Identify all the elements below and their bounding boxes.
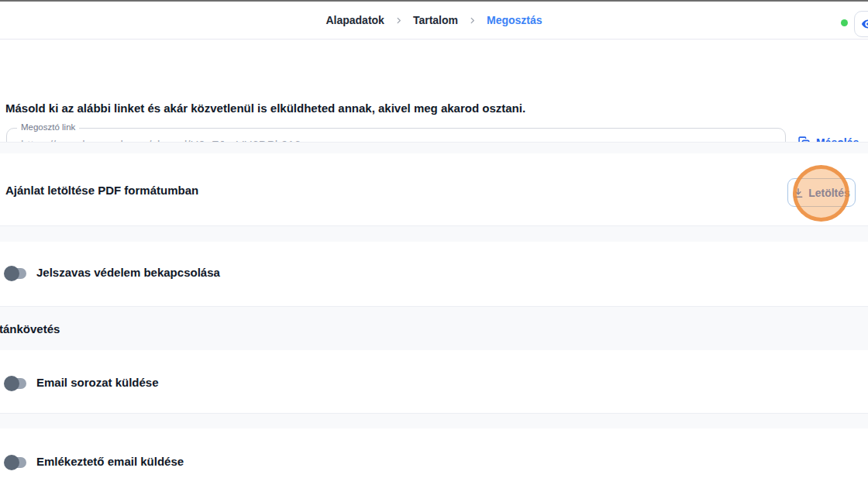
toggle-knob bbox=[4, 266, 19, 281]
followup-heading: tánkövetés bbox=[0, 322, 60, 335]
breadcrumb-item-megosztas[interactable]: Megosztás bbox=[487, 14, 542, 26]
preview-button[interactable] bbox=[854, 11, 868, 37]
password-protection-toggle[interactable] bbox=[5, 268, 26, 279]
email-series-toggle[interactable] bbox=[5, 378, 26, 389]
chevron-right-icon bbox=[394, 16, 403, 25]
email-series-row: Email sorozat küldése bbox=[0, 350, 868, 413]
section-divider bbox=[0, 413, 868, 428]
top-bar: Alapadatok Tartalom Megosztás bbox=[0, 2, 868, 40]
share-instruction: Másold ki az alábbi linket és akár közve… bbox=[5, 101, 525, 115]
section-divider bbox=[0, 142, 868, 153]
pdf-download-section: Ajánlat letöltése PDF formátumban Letölt… bbox=[0, 153, 868, 225]
breadcrumb: Alapadatok Tartalom Megosztás bbox=[326, 14, 542, 26]
status-dot bbox=[841, 19, 848, 26]
email-series-label: Email sorozat küldése bbox=[36, 376, 159, 389]
download-button-label: Letöltés bbox=[808, 187, 850, 199]
reminder-email-row: Emlékeztető email küldése bbox=[0, 428, 868, 485]
followup-section-header: tánkövetés bbox=[0, 306, 868, 350]
share-link-label: Megosztó link bbox=[17, 122, 79, 132]
breadcrumb-item-alapadatok[interactable]: Alapadatok bbox=[326, 14, 384, 26]
download-button[interactable]: Letöltés bbox=[787, 178, 856, 207]
download-icon bbox=[793, 187, 804, 198]
reminder-email-toggle[interactable] bbox=[5, 457, 26, 468]
breadcrumb-item-tartalom[interactable]: Tartalom bbox=[413, 14, 458, 26]
password-protection-label: Jelszavas védelem bekapcsolása bbox=[36, 266, 220, 279]
eye-icon bbox=[860, 16, 868, 32]
toggle-knob bbox=[4, 376, 19, 391]
reminder-email-label: Emlékeztető email küldése bbox=[36, 455, 184, 468]
password-protection-row: Jelszavas védelem bekapcsolása bbox=[0, 242, 868, 306]
pdf-section-title: Ajánlat letöltése PDF formátumban bbox=[5, 184, 198, 197]
toggle-knob bbox=[4, 455, 19, 470]
section-divider bbox=[0, 225, 868, 242]
chevron-right-icon bbox=[468, 16, 477, 25]
share-link-section: Másold ki az alábbi linket és akár közve… bbox=[0, 40, 868, 142]
share-settings-page: Alapadatok Tartalom Megosztás Másold ki … bbox=[0, 0, 868, 485]
